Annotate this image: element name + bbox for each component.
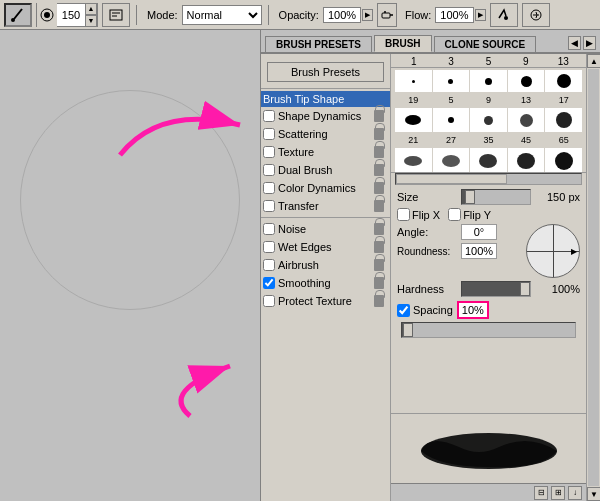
smoothing-checkbox[interactable] [263,277,275,289]
brush-cell-1-1[interactable] [395,70,432,92]
size-value: 150 px [535,191,580,203]
brush-cell-2-1[interactable] [395,108,432,132]
svg-line-0 [14,9,22,19]
spacing-label: Spacing [413,304,453,316]
brush-preview [391,413,586,483]
opacity-up-btn[interactable]: ▶ [362,9,373,21]
brush-cell-2-4[interactable] [508,108,545,132]
brush-cell-1-4[interactable] [508,70,545,92]
brush-cell-2-3[interactable] [470,108,507,132]
scroll-up-btn[interactable]: ▲ [587,54,600,68]
sidebar-item-color-dynamics[interactable]: Color Dynamics [261,179,390,197]
sidebar-item-dual-brush[interactable]: Dual Brush [261,161,390,179]
extra-btn[interactable] [522,3,550,27]
flip-y-checkbox[interactable] [448,208,461,221]
sidebar-item-airbrush[interactable]: Airbrush [261,256,390,274]
sidebar-item-transfer[interactable]: Transfer [261,197,390,215]
status-icon-1[interactable]: ⊟ [534,486,548,500]
brush-cell-3-1[interactable] [395,148,432,173]
size-up-btn[interactable]: ▲ [85,3,97,15]
smoothing-lock [372,276,386,290]
protect-texture-lock [372,294,386,308]
scroll-thumb[interactable] [588,69,599,486]
color-dynamics-checkbox[interactable] [263,182,275,194]
brush-options-btn[interactable] [102,3,130,27]
sidebar-item-smoothing[interactable]: Smoothing [261,274,390,292]
size-down-btn[interactable]: ▼ [85,15,97,27]
transfer-lock [372,199,386,213]
tab-brush[interactable]: BRUSH [374,35,432,52]
brush-cell-2-5[interactable] [545,108,582,132]
brush-label-2-1: 19 [395,93,432,107]
hardness-slider[interactable] [461,281,531,297]
svg-point-1 [11,18,15,22]
tab-clone-source[interactable]: CLONE SOURCE [434,36,537,52]
sidebar-item-shape-dynamics[interactable]: Shape Dynamics [261,107,390,125]
panel-sidebar: Brush Presets Brush Tip Shape Shape Dyna… [261,54,391,501]
mode-select[interactable]: Normal [182,5,262,25]
wet-edges-checkbox[interactable] [263,241,275,253]
status-icon-3[interactable]: ↓ [568,486,582,500]
tablet-btn[interactable] [490,3,518,27]
tab-brush-presets[interactable]: BRUSH PRESETS [265,36,372,52]
panel-arrow-right[interactable]: ▶ [583,36,596,50]
panel-arrow-left[interactable]: ◀ [568,36,581,50]
dual-brush-label: Dual Brush [278,164,370,176]
shape-dynamics-checkbox[interactable] [263,110,275,122]
shape-dynamics-label: Shape Dynamics [278,110,370,122]
brush-cell-3-3[interactable] [470,148,507,173]
spacing-slider[interactable] [401,322,576,338]
preset-button[interactable]: Brush Presets [267,62,384,82]
flow-value: 100% [435,7,473,23]
sidebar-item-scattering[interactable]: Scattering [261,125,390,143]
flip-x-checkbox[interactable] [397,208,410,221]
roundness-input[interactable] [461,243,497,259]
dual-brush-checkbox[interactable] [263,164,275,176]
brush-label-2-3: 9 [470,93,507,107]
brush-tool-btn[interactable] [4,3,32,27]
sidebar-item-brush-tip[interactable]: Brush Tip Shape [261,91,390,107]
flow-up-btn[interactable]: ▶ [475,9,486,21]
transfer-checkbox[interactable] [263,200,275,212]
angle-controls: Angle: Roundness: [397,224,518,278]
brush-cell-1-5[interactable] [545,70,582,92]
hardness-label: Hardness [397,283,457,295]
canvas-circle [20,90,240,310]
status-icon-2[interactable]: ⊞ [551,486,565,500]
size-slider[interactable] [461,189,531,205]
panel-content: Brush Presets Brush Tip Shape Shape Dyna… [261,54,600,501]
brush-cell-1-2[interactable] [433,70,470,92]
airbrush-checkbox[interactable] [263,259,275,271]
brush-label-3-5: 65 [545,133,582,147]
mode-label: Mode: [147,9,178,21]
brush-label-2-4: 13 [508,93,545,107]
scroll-down-btn[interactable]: ▼ [587,487,600,501]
sidebar-item-noise[interactable]: Noise [261,220,390,238]
airbrush-label: Airbrush [278,259,370,271]
spacing-value: 10% [457,301,489,319]
angle-arrow-icon: ▶ [571,247,577,256]
canvas-area[interactable] [0,30,260,501]
texture-checkbox[interactable] [263,146,275,158]
protect-texture-checkbox[interactable] [263,295,275,307]
noise-checkbox[interactable] [263,223,275,235]
angle-label: Angle: [397,226,457,238]
col-header-1: 1 [395,56,432,67]
brush-cell-1-3[interactable] [470,70,507,92]
brush-label-2-2: 5 [433,93,470,107]
col-header-13: 13 [545,56,582,67]
angle-input[interactable] [461,224,497,240]
brush-cell-2-2[interactable] [433,108,470,132]
airbrush-btn[interactable] [377,3,397,27]
sidebar-item-texture[interactable]: Texture [261,143,390,161]
spacing-checkbox[interactable] [397,304,410,317]
svg-rect-4 [110,10,122,20]
sidebar-item-wet-edges[interactable]: Wet Edges [261,238,390,256]
brush-cell-3-5[interactable] [545,148,582,173]
scattering-checkbox[interactable] [263,128,275,140]
brush-cell-3-4[interactable] [508,148,545,173]
sidebar-item-protect-texture[interactable]: Protect Texture [261,292,390,310]
brush-cell-3-2[interactable] [433,148,470,173]
svg-point-10 [504,16,508,20]
toolbar-sep-2 [268,5,269,25]
